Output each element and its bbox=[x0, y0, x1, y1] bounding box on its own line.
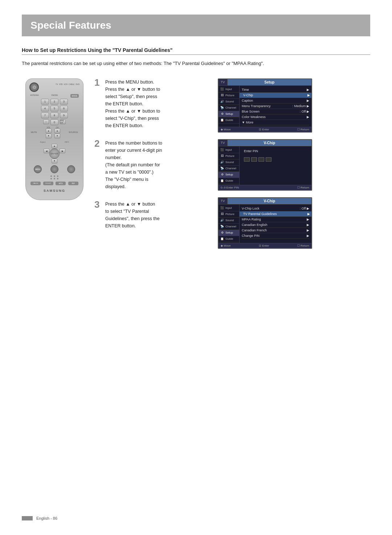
guide-icon-v1: 📋 bbox=[220, 179, 224, 183]
pin-box-1 bbox=[244, 157, 250, 162]
nav-down[interactable]: ▼ bbox=[52, 159, 57, 163]
color-weakness-arrow: ▶ bbox=[307, 115, 309, 119]
vol-down[interactable]: ▼ bbox=[46, 134, 52, 138]
menu-area: MENU bbox=[29, 165, 79, 173]
sound-icon-v1: 🔊 bbox=[220, 161, 224, 164]
enter-pin-label: Enter PIN bbox=[242, 148, 309, 154]
channel-icon: 📡 bbox=[220, 106, 224, 110]
source-label: SOURCE bbox=[69, 131, 78, 133]
canadian-french-label: Canadian French bbox=[242, 228, 267, 232]
btn-1[interactable]: 1 bbox=[41, 99, 49, 105]
sidebar-channel-v1: 📡 Channel bbox=[219, 166, 239, 172]
section-heading: How to Set up Restrictions Using the "TV… bbox=[22, 47, 370, 55]
nav-up[interactable]: ▲ bbox=[52, 144, 57, 149]
page-title: Special Features bbox=[30, 20, 362, 31]
sidebar-sound: 🔊 Sound bbox=[219, 99, 239, 105]
nav-row: ▲ ◀ ENTER ▶ ▼ bbox=[44, 144, 65, 163]
dot-5 bbox=[54, 178, 55, 179]
row-tv-parental: TV Parental Guidelines▶ bbox=[240, 211, 311, 217]
favch-button[interactable]: FAV.CH bbox=[30, 182, 41, 185]
sidebar-channel-v2: 📡 Channel bbox=[219, 224, 239, 230]
time-arrow: ▶ bbox=[307, 88, 309, 92]
row-canadian-french: Canadian French▶ bbox=[242, 228, 309, 233]
mode-button[interactable]: MODE bbox=[70, 94, 79, 98]
footer-return: ☐ Return bbox=[297, 128, 309, 131]
btn-2[interactable]: 2 bbox=[50, 99, 58, 105]
btn-3[interactable]: 3 bbox=[60, 99, 68, 105]
sidebar-sound-label: Sound bbox=[225, 100, 234, 103]
dots-area bbox=[29, 175, 79, 179]
change-pin-arrow: ▶ bbox=[307, 234, 309, 238]
tv-sidebar-vchip1: ⬛ Input 🖼 Picture 🔊 Sound 📡 Channel bbox=[219, 146, 240, 185]
sidebar-channel: 📡 Channel bbox=[219, 105, 239, 111]
pip-button[interactable]: PIP bbox=[68, 182, 78, 185]
fmode-label: FMODE bbox=[51, 94, 58, 98]
btn-8[interactable]: 8 bbox=[50, 113, 58, 118]
sidebar-setup-v1: ⚙ Setup bbox=[219, 172, 239, 178]
remote-control: ⏻ TV STB VCR CABLE DVD ANTENNA FMODE MOD… bbox=[25, 78, 83, 200]
ch-up[interactable]: ▲ bbox=[54, 129, 60, 133]
picture-icon: 🖼 bbox=[220, 94, 224, 97]
sidebar-input-label-v1: Input bbox=[225, 148, 232, 151]
btn-4[interactable]: 4 bbox=[41, 106, 49, 112]
vchip-lock-value: : Off ▶ bbox=[300, 207, 309, 210]
canadian-english-label: Canadian English bbox=[242, 223, 268, 227]
step-3-text: Press the ▲ or ▼ button to select "TV Pa… bbox=[105, 200, 160, 230]
setup-icon-v2: ⚙ bbox=[220, 231, 224, 235]
sidebar-input-v1: ⬛ Input bbox=[219, 147, 239, 153]
samsung-logo: SAMSUNG bbox=[29, 189, 79, 192]
picture-icon-v2: 🖼 bbox=[220, 212, 224, 216]
step-3-number: 3 bbox=[94, 200, 102, 230]
btn-9[interactable]: 9 bbox=[60, 113, 68, 118]
sidebar-picture-label-v1: Picture bbox=[225, 154, 234, 158]
menu-button[interactable]: MENU bbox=[34, 165, 42, 173]
extra-button-1[interactable] bbox=[50, 165, 58, 173]
dot-2 bbox=[54, 175, 55, 177]
channel-icon-v1: 📡 bbox=[220, 167, 224, 170]
step-3: 3 Press the ▲ or ▼ button to select "TV … bbox=[94, 200, 211, 230]
row-caption: Caption▶ bbox=[242, 98, 309, 104]
nav-left[interactable]: ◀ bbox=[44, 149, 49, 153]
caption-label: Caption bbox=[242, 99, 253, 102]
chlist-button[interactable]: CH.LIST bbox=[43, 182, 53, 185]
tv-body-vchip2: ⬛ Input 🖼 Picture 🔊 Sound 📡 Channel bbox=[219, 204, 311, 243]
antenna-label: ANTENNA bbox=[30, 94, 39, 98]
dvd-label: DVD bbox=[75, 83, 79, 85]
enter-button[interactable]: ENTER bbox=[49, 149, 60, 159]
btn-7[interactable]: 7 bbox=[41, 113, 49, 118]
tv-parental-label: TV Parental Guidelines bbox=[243, 212, 277, 216]
btn-5[interactable]: 5 bbox=[50, 106, 58, 112]
nav-right[interactable]: ▶ bbox=[60, 149, 65, 153]
tv-screen-vchip2: TV V-Chip ⬛ Input 🖼 Picture 🔊 Sound bbox=[218, 197, 312, 249]
time-label: Time bbox=[242, 88, 249, 92]
dot-6 bbox=[57, 178, 58, 179]
step-2: 2 Press the number buttons to enter your… bbox=[94, 139, 211, 190]
mpaa-arrow: ▶ bbox=[307, 218, 309, 221]
dot-3 bbox=[57, 175, 58, 177]
row-change-pin: Change PIN▶ bbox=[242, 233, 309, 239]
vcr-label: VCR bbox=[64, 83, 68, 85]
ch-down[interactable]: ▼ bbox=[54, 134, 60, 138]
remote-container: ⏻ TV STB VCR CABLE DVD ANTENNA FMODE MOD… bbox=[22, 78, 87, 249]
sidebar-channel-label-v1: Channel bbox=[225, 167, 236, 170]
vchip-label: V-Chip bbox=[243, 93, 253, 97]
power-button[interactable]: ⏻ bbox=[29, 82, 39, 92]
btn-6[interactable]: 6 bbox=[60, 106, 68, 112]
mts-button[interactable]: MTS bbox=[56, 182, 66, 185]
tv-title-vchip2: V-Chip bbox=[228, 198, 311, 204]
input-icon-v2: ⬛ bbox=[220, 206, 224, 210]
btn-dash[interactable]: — bbox=[43, 119, 49, 124]
num-row-4: — 0 PRE-CH bbox=[29, 119, 79, 125]
tv-footer-vchip2: ◆ Move ⊡ Enter ☐ Return bbox=[219, 243, 311, 248]
btn-0[interactable]: 0 bbox=[50, 119, 58, 125]
sidebar-picture-v2: 🖼 Picture bbox=[219, 211, 239, 218]
page-footer: English - 86 bbox=[22, 516, 57, 520]
btn-prech[interactable]: PRE-CH bbox=[60, 119, 66, 124]
row-menu-transparency: Menu Transparency: Medium ▶ bbox=[242, 104, 309, 109]
extra-button-2[interactable] bbox=[67, 165, 75, 173]
sidebar-setup-active: ⚙ Setup bbox=[219, 111, 239, 117]
row-color-weakness: Color Weakness▶ bbox=[242, 114, 309, 120]
vol-up[interactable]: ▲ bbox=[46, 129, 52, 133]
num-row-1: 1 2 3 bbox=[29, 99, 79, 105]
tv-sidebar-vchip2: ⬛ Input 🖼 Picture 🔊 Sound 📡 Channel bbox=[219, 204, 240, 243]
